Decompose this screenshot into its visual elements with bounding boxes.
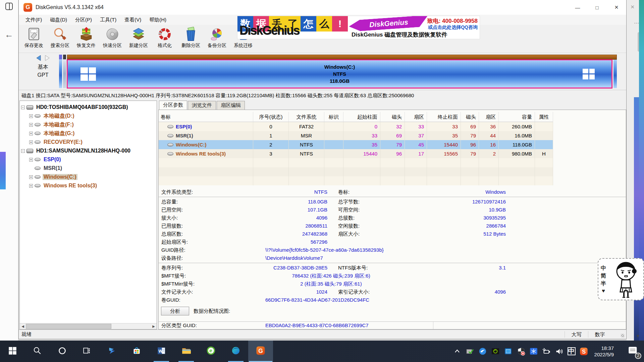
taskbar-app-diskgenius[interactable]: G: [248, 341, 273, 362]
maximize-button[interactable]: □: [587, 0, 607, 15]
tree-item-recovery-e-[interactable]: +RECOVERY(E:): [21, 138, 157, 146]
tab-0[interactable]: 分区参数: [159, 101, 187, 110]
toolbar-button-save[interactable]: 保存更改: [21, 26, 47, 52]
expand-icon[interactable]: +: [29, 123, 33, 127]
menu-item-1[interactable]: 磁盘(D): [46, 15, 71, 25]
tray-hidden-icons-chevron-icon[interactable]: [453, 347, 462, 356]
collapse-icon[interactable]: −: [21, 149, 25, 153]
taskbar-app-word[interactable]: W: [149, 341, 174, 362]
toolbar-button-recover[interactable]: 恢复文件: [73, 26, 99, 52]
expand-icon[interactable]: +: [29, 140, 33, 144]
taskbar-app-start[interactable]: [0, 341, 25, 362]
taskbar-clock[interactable]: 18:37 2022/5/9: [594, 345, 614, 358]
collapse-icon[interactable]: −: [21, 106, 25, 109]
ime-sticker-panel[interactable]: 中简半♥: [598, 258, 644, 300]
expand-icon[interactable]: +: [29, 132, 33, 135]
minimize-button[interactable]: —: [568, 0, 587, 15]
toolbar-button-delete[interactable]: 删除分区: [178, 26, 204, 52]
taskbar-app-ms-store[interactable]: [124, 341, 149, 362]
tray-nvidia-icon[interactable]: [491, 347, 500, 356]
column-header[interactable]: 终止柱面: [427, 112, 461, 122]
toolbar-button-new[interactable]: 新建分区: [125, 26, 152, 52]
expand-icon[interactable]: +: [29, 184, 33, 188]
partition-sliver-msr[interactable]: [63, 55, 66, 88]
column-header[interactable]: 卷标: [159, 112, 253, 122]
menu-item-5[interactable]: 帮助(H): [145, 15, 170, 25]
table-row-msr-1-[interactable]: MSR(1)1MSR33693735794416.0MB: [159, 131, 553, 140]
notification-center-icon[interactable]: 2: [627, 345, 639, 358]
column-header[interactable]: 标识: [324, 112, 343, 122]
column-header[interactable]: 序号(状态): [253, 112, 289, 122]
taskbar-app-edge[interactable]: [223, 341, 248, 362]
tree-item-hd1-samsungmznln128hahq-000[interactable]: −HD1:SAMSUNGMZNLN128HAHQ-000: [21, 146, 157, 155]
menu-item-3[interactable]: 工具(T): [96, 15, 120, 25]
tree-hscrollbar[interactable]: ◀ ▶: [20, 323, 157, 329]
scroll-right-icon[interactable]: ▶: [151, 323, 157, 329]
analyze-button[interactable]: 分析: [161, 307, 189, 315]
table-row-windows-c-[interactable]: Windows(C:)2NTFS357945154409616118.0GB: [159, 140, 553, 149]
prev-disk-icon[interactable]: [36, 55, 41, 61]
background-more-icon[interactable]: ⋯: [634, 20, 639, 26]
partition-sliver-winre[interactable]: [613, 60, 617, 88]
table-row-esp-0-[interactable]: ESP(0)0FAT3203233336936260.0MB: [159, 122, 553, 131]
close-button[interactable]: ✕: [607, 0, 626, 15]
toolbar-button-backup[interactable]: 备份分区: [204, 26, 230, 52]
promo-banner[interactable]: 数据丢了怎么! DiskGenius DiskGenius 致电: 400-00…: [237, 16, 480, 39]
expand-icon[interactable]: +: [29, 175, 33, 179]
toolbar-label: 快速分区: [103, 43, 122, 49]
tray-power-icon[interactable]: [542, 347, 551, 356]
column-header[interactable]: 起始柱面: [343, 112, 380, 122]
tree-item-hd0-toshibamq04abf100-932gb-[interactable]: −HD0:TOSHIBAMQ04ABF100(932GB): [21, 103, 157, 112]
tree-item--d-[interactable]: +本地磁盘(D:): [21, 112, 157, 120]
tray-feishu-tray-icon[interactable]: [478, 347, 487, 356]
tray-volume-icon[interactable]: [555, 347, 564, 356]
column-header[interactable]: 容量: [499, 112, 535, 122]
table-row-windows-re-tools-3-[interactable]: Windows RE tools(3)3NTFS1544096171556579…: [159, 149, 553, 158]
expand-icon[interactable]: +: [29, 158, 33, 162]
background-caret-icon[interactable]: ▼: [636, 334, 640, 339]
next-disk-icon[interactable]: [45, 55, 50, 61]
tree-item-esp-0-[interactable]: +ESP(0): [21, 155, 157, 164]
menu-item-0[interactable]: 文件(F): [21, 15, 46, 25]
taskbar-app-file-explorer[interactable]: [174, 341, 199, 362]
tray-sogou-icon[interactable]: S: [579, 347, 588, 356]
column-header[interactable]: 磁头: [380, 112, 405, 122]
taskbar-app-cortana[interactable]: [50, 341, 74, 362]
column-header[interactable]: 扇区: [479, 112, 499, 122]
taskbar-app-feishu[interactable]: [99, 341, 124, 362]
column-header[interactable]: 文件系统: [289, 112, 324, 122]
partition-box-windows-c[interactable]: Windows(C:) NTFS 118.0GB: [67, 60, 612, 88]
toolbar-button-search[interactable]: 搜索分区: [47, 26, 73, 52]
menu-item-2[interactable]: 分区(P): [71, 15, 96, 25]
tree-item-windows-re-tools-3-[interactable]: +Windows RE tools(3): [21, 181, 157, 190]
tray-intel-graphics-icon[interactable]: [504, 347, 513, 356]
toolbar-button-format[interactable]: 格式化: [152, 26, 178, 52]
scroll-thumb[interactable]: [26, 324, 111, 329]
browser-tab-icon[interactable]: [5, 3, 13, 10]
taskbar-app-taskbar-search[interactable]: [25, 341, 50, 362]
column-header[interactable]: 扇区: [405, 112, 427, 122]
partition-sliver-esp[interactable]: [59, 55, 62, 88]
taskbar-app-task-view[interactable]: [74, 341, 99, 362]
menu-item-4[interactable]: 查看(V): [120, 15, 145, 25]
back-arrow-icon[interactable]: ←: [5, 29, 13, 40]
tray-defender-alert-icon[interactable]: [517, 347, 526, 356]
banner-qq-link[interactable]: 或点击此处选择QQ咨询: [428, 24, 478, 31]
taskbar-app-browser-360[interactable]: e: [199, 341, 223, 362]
tree-item-msr-1-[interactable]: MSR(1): [21, 164, 157, 173]
tab-2[interactable]: 扇区编辑: [217, 101, 245, 110]
toolbar-button-quick[interactable]: 快速分区: [99, 26, 125, 52]
tray-snowflake-icon[interactable]: [529, 347, 538, 356]
tree-item--g-[interactable]: +本地磁盘(G:): [21, 129, 157, 138]
background-close-icon[interactable]: ✕: [630, 4, 635, 10]
tray-update-ok-icon[interactable]: [466, 347, 475, 356]
expand-icon[interactable]: +: [29, 114, 33, 118]
tab-1[interactable]: 浏览文件: [188, 101, 216, 110]
tray-ime-zh-icon[interactable]: 中: [568, 347, 576, 355]
scroll-left-icon[interactable]: ◀: [20, 323, 26, 329]
column-header[interactable]: 磁头: [461, 112, 479, 122]
tree-item--f-[interactable]: +本地磁盘(F:): [21, 120, 157, 129]
tree-item-windows-c-[interactable]: +Windows(C:): [21, 173, 157, 181]
resize-grip[interactable]: [611, 330, 626, 339]
column-header[interactable]: 属性: [535, 112, 553, 122]
